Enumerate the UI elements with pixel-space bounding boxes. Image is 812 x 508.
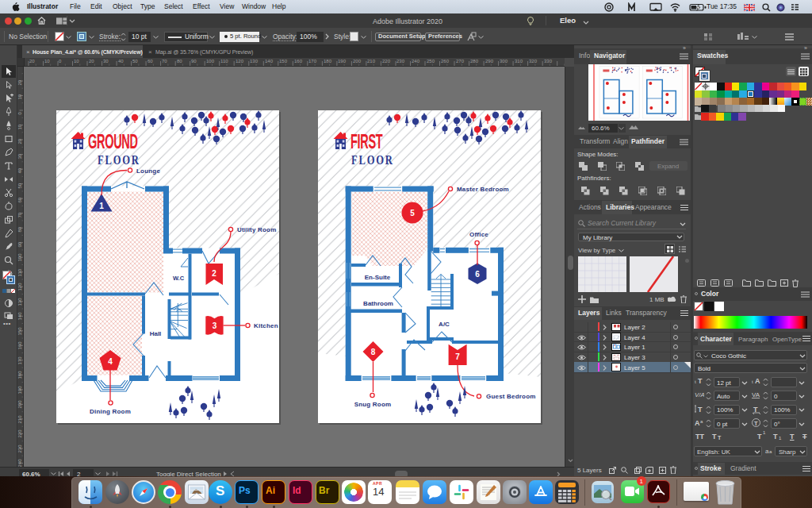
svg-text:Guest Bedroom: Guest Bedroom bbox=[486, 393, 536, 400]
svg-text:En-Suite: En-Suite bbox=[365, 274, 391, 281]
svg-text:Dining Room: Dining Room bbox=[90, 408, 131, 415]
svg-text:t: t bbox=[695, 379, 696, 384]
svg-text:7: 7 bbox=[455, 352, 460, 361]
svg-text:Office: Office bbox=[469, 231, 488, 238]
svg-text:4: 4 bbox=[108, 357, 113, 366]
svg-text:Lounge: Lounge bbox=[136, 167, 160, 175]
svg-text:Kitchen: Kitchen bbox=[254, 322, 278, 329]
svg-text:3: 3 bbox=[213, 321, 217, 330]
svg-text:Bathroom: Bathroom bbox=[363, 300, 393, 307]
svg-text:FIRST: FIRST bbox=[350, 131, 383, 152]
svg-text:A/C: A/C bbox=[439, 321, 450, 328]
svg-text:T: T bbox=[698, 405, 703, 413]
svg-text:6: 6 bbox=[475, 270, 480, 279]
svg-text:FLOOR: FLOOR bbox=[351, 152, 394, 167]
svg-text:A: A bbox=[755, 377, 760, 385]
svg-text:V/A: V/A bbox=[695, 391, 704, 398]
svg-text:VA: VA bbox=[752, 391, 760, 398]
svg-text:W.C: W.C bbox=[173, 275, 185, 282]
svg-text:A: A bbox=[695, 419, 700, 427]
svg-text:1: 1 bbox=[99, 202, 104, 210]
svg-text:T: T bbox=[753, 405, 758, 413]
svg-text:Hall: Hall bbox=[150, 330, 162, 337]
svg-text:Master Bedroom: Master Bedroom bbox=[457, 186, 509, 193]
svg-text:8: 8 bbox=[371, 348, 376, 356]
svg-text:GROUND: GROUND bbox=[88, 131, 138, 152]
svg-text:2: 2 bbox=[212, 269, 216, 278]
svg-text:Utility Room: Utility Room bbox=[237, 226, 277, 233]
svg-text:Snug Room: Snug Room bbox=[354, 401, 392, 408]
svg-text:t: t bbox=[752, 379, 753, 384]
svg-text:T: T bbox=[754, 420, 758, 427]
svg-text:T: T bbox=[698, 377, 703, 385]
svg-text:a: a bbox=[700, 419, 703, 424]
svg-text:5: 5 bbox=[410, 209, 415, 217]
svg-text:FLOOR: FLOOR bbox=[98, 152, 140, 167]
